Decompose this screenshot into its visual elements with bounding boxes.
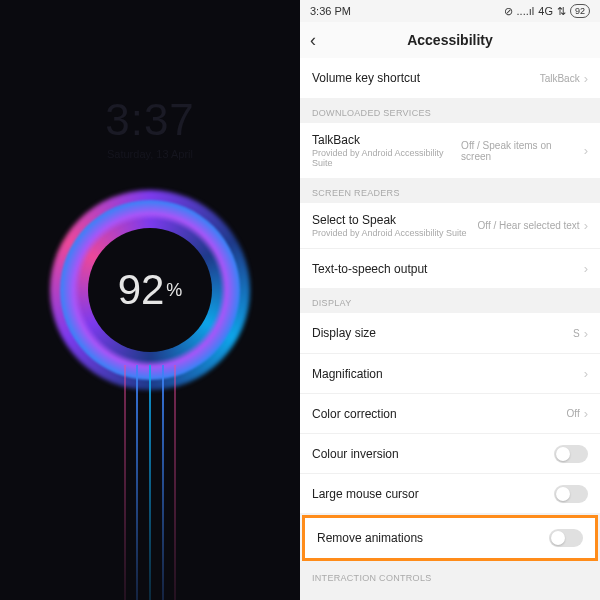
chevron-right-icon: › <box>584 406 588 421</box>
settings-list[interactable]: Volume key shortcut TalkBack› DOWNLOADED… <box>300 58 600 600</box>
row-text-to-speech[interactable]: Text-to-speech output › <box>300 248 600 288</box>
row-large-mouse-cursor[interactable]: Large mouse cursor <box>300 473 600 513</box>
toggle-large-cursor[interactable] <box>554 485 588 503</box>
toggle-colour-inversion[interactable] <box>554 445 588 463</box>
charging-ring: 92% <box>50 190 250 390</box>
row-remove-animations[interactable]: Remove animations <box>305 518 595 558</box>
row-display-size[interactable]: Display size S› <box>300 313 600 353</box>
dnd-icon: ⊘ <box>504 5 513 18</box>
chevron-right-icon: › <box>584 366 588 381</box>
page-title: Accessibility <box>407 32 493 48</box>
row-magnification[interactable]: Magnification › <box>300 353 600 393</box>
highlight-remove-animations: Remove animations <box>302 515 598 561</box>
lock-screen: 3:37 Saturday, 13 April 92% <box>0 0 300 600</box>
section-display: DISPLAY <box>300 288 600 313</box>
lock-time: 3:37 <box>105 95 195 145</box>
settings-screen: 3:36 PM ⊘ ....ıl 4G ⇅ 92 ‹ Accessibility… <box>300 0 600 600</box>
chevron-right-icon: › <box>584 326 588 341</box>
data-arrows-icon: ⇅ <box>557 5 566 18</box>
chevron-right-icon: › <box>584 71 588 86</box>
network-label: 4G <box>538 5 553 17</box>
chevron-right-icon: › <box>584 261 588 276</box>
percent-sign: % <box>166 280 182 301</box>
status-bar: 3:36 PM ⊘ ....ıl 4G ⇅ 92 <box>300 0 600 22</box>
battery-percent: 92 <box>118 266 165 314</box>
toggle-remove-animations[interactable] <box>549 529 583 547</box>
charging-stem <box>124 365 176 600</box>
row-color-correction[interactable]: Color correction Off› <box>300 393 600 433</box>
section-interaction-controls: INTERACTION CONTROLS <box>300 563 600 588</box>
row-select-to-speak[interactable]: Select to Speak Provided by Android Acce… <box>300 203 600 248</box>
battery-pill: 92 <box>570 4 590 18</box>
row-talkback[interactable]: TalkBack Provided by Android Accessibili… <box>300 123 600 178</box>
header: ‹ Accessibility <box>300 22 600 58</box>
signal-icon: ....ıl <box>517 5 535 17</box>
section-downloaded-services: DOWNLOADED SERVICES <box>300 98 600 123</box>
row-colour-inversion[interactable]: Colour inversion <box>300 433 600 473</box>
chevron-right-icon: › <box>584 143 588 158</box>
section-screen-readers: SCREEN READERS <box>300 178 600 203</box>
chevron-right-icon: › <box>584 218 588 233</box>
lock-date: Saturday, 13 April <box>107 148 193 160</box>
back-button[interactable]: ‹ <box>310 30 316 51</box>
row-volume-key-shortcut[interactable]: Volume key shortcut TalkBack› <box>300 58 600 98</box>
status-time: 3:36 PM <box>310 5 351 17</box>
